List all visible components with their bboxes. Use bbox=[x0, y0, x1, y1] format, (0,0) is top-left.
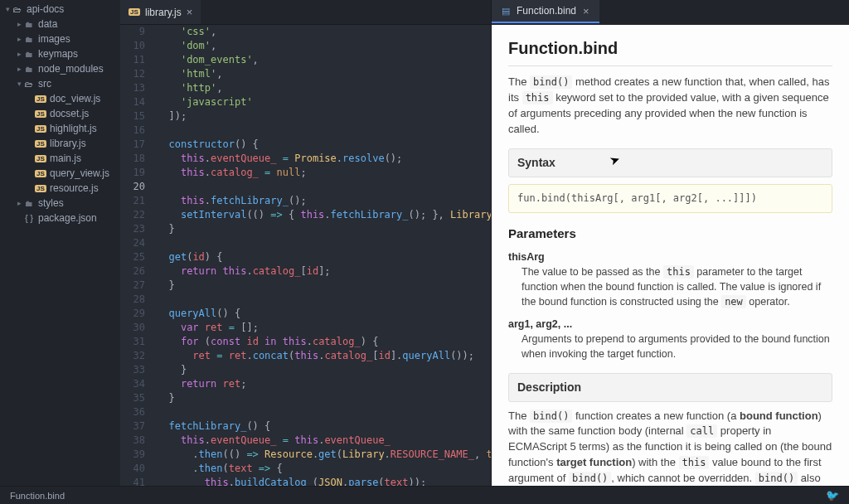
code-editor[interactable]: 9101112131415161718192021222324252627282… bbox=[120, 25, 491, 486]
folder-open-icon: 🗁 bbox=[12, 5, 23, 14]
folder-icon: 🖿 bbox=[23, 50, 35, 59]
close-icon[interactable]: × bbox=[583, 5, 589, 17]
description-heading: Description bbox=[508, 373, 832, 401]
tree-folder[interactable]: ▸🖿node_modules bbox=[0, 61, 120, 76]
tree-folder[interactable]: ▸🖿images bbox=[0, 32, 120, 46]
tree-file[interactable]: JSlibrary.js bbox=[0, 136, 120, 151]
tree-file[interactable]: JSmain.js bbox=[0, 151, 120, 166]
syntax-code: fun.bind(thisArg[, arg1[, arg2[, ...]]]) bbox=[508, 184, 832, 213]
documentation-pane: ▤ Function.bind × Function.bind The bind… bbox=[491, 0, 849, 486]
tree-folder[interactable]: ▸🖿styles bbox=[0, 196, 120, 211]
tree-file[interactable]: JShighlight.js bbox=[0, 121, 120, 136]
doc-content[interactable]: Function.bind The bind() method creates … bbox=[492, 25, 849, 486]
doc-tab[interactable]: ▤ Function.bind × bbox=[492, 0, 599, 23]
close-icon[interactable]: × bbox=[187, 6, 193, 18]
js-icon: JS bbox=[35, 95, 46, 103]
editor-tab-bar: JS library.js × bbox=[120, 0, 491, 25]
cursor-icon: ➤ bbox=[608, 152, 622, 169]
tree-file[interactable]: JSdocset.js bbox=[0, 106, 120, 121]
tree-folder[interactable]: ▾🗁src bbox=[0, 76, 120, 91]
folder-open-icon: 🗁 bbox=[23, 80, 35, 89]
tree-file[interactable]: JSquery_view.js bbox=[0, 166, 120, 181]
editor-tab[interactable]: JS library.js × bbox=[120, 0, 201, 24]
doc-tab-bar: ▤ Function.bind × bbox=[492, 0, 849, 25]
tree-folder[interactable]: ▾🗁api-docs bbox=[0, 2, 120, 17]
description-text: The bind() function creates a new functi… bbox=[508, 409, 832, 486]
tab-label: Function.bind bbox=[517, 5, 576, 17]
js-icon: JS bbox=[35, 125, 46, 133]
js-icon: JS bbox=[35, 110, 46, 118]
js-icon: JS bbox=[35, 155, 46, 162]
parameters-list: thisArg The value to be passed as the th… bbox=[508, 250, 832, 361]
parameters-heading: Parameters bbox=[508, 225, 832, 243]
tree-folder[interactable]: ▸🖿data bbox=[0, 17, 120, 32]
editor-pane: JS library.js × 910111213141516171819202… bbox=[120, 0, 491, 486]
js-icon: JS bbox=[35, 140, 46, 148]
tree-folder[interactable]: ▸🖿keymaps bbox=[0, 46, 120, 61]
tree-file[interactable]: JSresource.js bbox=[0, 181, 120, 196]
folder-icon: 🖿 bbox=[23, 65, 35, 74]
folder-icon: 🖿 bbox=[23, 35, 35, 44]
doc-intro: The bind() method creates a new function… bbox=[508, 75, 832, 137]
js-icon: JS bbox=[129, 8, 140, 16]
code-content[interactable]: 'css', 'dom', 'dom_events', 'html', 'htt… bbox=[157, 25, 491, 486]
json-icon: { } bbox=[23, 214, 35, 223]
syntax-heading: Syntax ➤ bbox=[508, 148, 832, 177]
js-icon: JS bbox=[35, 185, 46, 192]
tree-file[interactable]: { }package.json bbox=[0, 211, 120, 225]
line-gutter: 9101112131415161718192021222324252627282… bbox=[120, 25, 157, 486]
status-bar: Function.bind 🐦 bbox=[0, 486, 849, 504]
folder-icon: 🖿 bbox=[23, 199, 35, 208]
js-icon: JS bbox=[35, 170, 46, 177]
doc-title: Function.bind bbox=[508, 36, 832, 66]
status-text: Function.bind bbox=[10, 491, 65, 501]
folder-icon: 🖿 bbox=[23, 20, 35, 29]
status-icon[interactable]: 🐦 bbox=[826, 489, 839, 502]
tree-file[interactable]: JSdoc_view.js bbox=[0, 91, 120, 106]
book-icon: ▤ bbox=[502, 6, 510, 17]
tab-label: library.js bbox=[145, 7, 182, 18]
file-tree[interactable]: ▾🗁api-docs ▸🖿data ▸🖿images ▸🖿keymaps ▸🖿n… bbox=[0, 0, 120, 486]
